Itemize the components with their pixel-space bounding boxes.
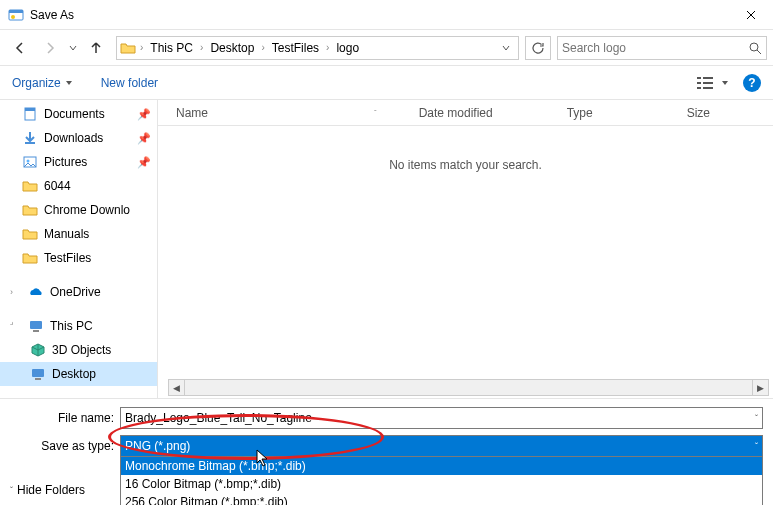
- thispc-icon: [28, 318, 44, 334]
- window-title: Save As: [30, 8, 728, 22]
- back-button[interactable]: [6, 34, 34, 62]
- recent-dropdown[interactable]: [66, 34, 80, 62]
- svg-rect-8: [703, 82, 713, 84]
- tree-label: Desktop: [52, 367, 96, 381]
- svg-rect-12: [25, 142, 35, 144]
- title-bar: Save As: [0, 0, 773, 30]
- horizontal-scrollbar[interactable]: ◀ ▶: [168, 379, 769, 396]
- chevron-down-icon[interactable]: ›: [8, 319, 22, 333]
- col-name[interactable]: Name: [176, 106, 416, 120]
- sort-caret-icon: ˆ: [374, 108, 377, 117]
- column-headers[interactable]: Name ˆ Date modified Type Size: [158, 100, 773, 126]
- pin-icon: 📌: [137, 132, 151, 145]
- type-option[interactable]: Monochrome Bitmap (*.bmp;*.dib): [121, 457, 762, 475]
- search-box[interactable]: [557, 36, 767, 60]
- save-type-dropdown[interactable]: Monochrome Bitmap (*.bmp;*.dib)16 Color …: [120, 457, 763, 505]
- folder-icon: [22, 130, 38, 146]
- tree-thispc[interactable]: › This PC: [0, 314, 157, 338]
- hide-folders-label: Hide Folders: [17, 483, 85, 497]
- tree-label: OneDrive: [50, 285, 101, 299]
- tree-item[interactable]: Pictures📌: [0, 150, 157, 174]
- folder-icon: [22, 154, 38, 170]
- up-button[interactable]: [82, 34, 110, 62]
- col-size[interactable]: Size: [687, 106, 747, 120]
- folder-icon: [119, 39, 137, 57]
- organize-label: Organize: [12, 76, 61, 90]
- save-type-label: Save as type:: [10, 439, 120, 453]
- scroll-track[interactable]: [185, 379, 752, 396]
- tree-onedrive[interactable]: › OneDrive: [0, 280, 157, 304]
- folder-icon: [22, 178, 38, 194]
- chevron-right-icon[interactable]: ›: [139, 42, 144, 53]
- scroll-left-button[interactable]: ◀: [168, 379, 185, 396]
- app-icon: [8, 7, 24, 23]
- refresh-button[interactable]: [525, 36, 551, 60]
- chevron-right-icon[interactable]: ›: [260, 42, 265, 53]
- file-name-value: Brady_Logo_Blue_Tall_No_Tagline: [125, 411, 755, 425]
- save-form: File name: Brady_Logo_Blue_Tall_No_Tagli…: [0, 398, 773, 467]
- close-button[interactable]: [728, 0, 773, 30]
- search-input[interactable]: [562, 41, 748, 55]
- type-option[interactable]: 256 Color Bitmap (*.bmp;*.dib): [121, 493, 762, 505]
- tree-item[interactable]: Downloads📌: [0, 126, 157, 150]
- tree-label: Chrome Downlo: [44, 203, 130, 217]
- svg-point-2: [11, 15, 15, 19]
- svg-rect-4: [697, 77, 701, 79]
- file-list-pane: Name ˆ Date modified Type Size No items …: [158, 100, 773, 398]
- svg-point-14: [27, 160, 30, 163]
- tree-label: This PC: [50, 319, 93, 333]
- folder-icon: [22, 202, 38, 218]
- tree-label: TestFiles: [44, 251, 91, 265]
- folder-icon: [22, 226, 38, 242]
- svg-rect-11: [25, 108, 35, 111]
- tree-label: Pictures: [44, 155, 87, 169]
- address-bar[interactable]: › This PC › Desktop › TestFiles › logo: [116, 36, 519, 60]
- svg-rect-16: [33, 330, 39, 332]
- tree-label: Downloads: [44, 131, 103, 145]
- navigation-tree[interactable]: Documents📌Downloads📌Pictures📌6044Chrome …: [0, 100, 158, 398]
- tree-item[interactable]: Manuals: [0, 222, 157, 246]
- tree-item[interactable]: Documents📌: [0, 102, 157, 126]
- chevron-down-icon[interactable]: ˇ: [755, 441, 758, 451]
- chevron-right-icon[interactable]: ›: [325, 42, 330, 53]
- scroll-right-button[interactable]: ▶: [752, 379, 769, 396]
- hide-folders-button[interactable]: ˇ Hide Folders: [10, 483, 85, 497]
- tree-label: 3D Objects: [52, 343, 111, 357]
- tree-item[interactable]: TestFiles: [0, 246, 157, 270]
- forward-button[interactable]: [36, 34, 64, 62]
- tree-label: Documents: [44, 107, 105, 121]
- breadcrumb-desktop[interactable]: Desktop: [206, 37, 258, 59]
- save-type-select[interactable]: PNG (*.png) ˇ: [120, 435, 763, 457]
- col-date[interactable]: Date modified: [419, 106, 567, 120]
- tree-item[interactable]: 6044: [0, 174, 157, 198]
- view-options-button[interactable]: [697, 76, 729, 90]
- chevron-down-icon[interactable]: ˇ: [755, 413, 758, 423]
- breadcrumb-testfiles[interactable]: TestFiles: [268, 37, 323, 59]
- save-type-value: PNG (*.png): [125, 439, 190, 453]
- svg-rect-6: [697, 87, 701, 89]
- help-button[interactable]: ?: [743, 74, 761, 92]
- new-folder-button[interactable]: New folder: [101, 76, 158, 90]
- body: Documents📌Downloads📌Pictures📌6044Chrome …: [0, 100, 773, 398]
- chevron-right-icon[interactable]: ›: [10, 287, 20, 297]
- col-type[interactable]: Type: [567, 106, 687, 120]
- svg-rect-1: [9, 10, 23, 13]
- breadcrumb-logo[interactable]: logo: [332, 37, 363, 59]
- folder-icon: [30, 366, 46, 382]
- folder-icon: [22, 250, 38, 266]
- address-dropdown[interactable]: [496, 44, 516, 52]
- onedrive-icon: [28, 284, 44, 300]
- chevron-right-icon[interactable]: ›: [199, 42, 204, 53]
- pin-icon: 📌: [137, 156, 151, 169]
- tree-item[interactable]: Desktop: [0, 362, 157, 386]
- search-icon[interactable]: [748, 41, 762, 55]
- organize-button[interactable]: Organize: [12, 76, 73, 90]
- file-name-input[interactable]: Brady_Logo_Blue_Tall_No_Tagline ˇ: [120, 407, 763, 429]
- tree-item[interactable]: Chrome Downlo: [0, 198, 157, 222]
- breadcrumb-thispc[interactable]: This PC: [146, 37, 197, 59]
- svg-rect-18: [35, 378, 41, 380]
- tree-item[interactable]: 3D Objects: [0, 338, 157, 362]
- tree-label: Manuals: [44, 227, 89, 241]
- type-option[interactable]: 16 Color Bitmap (*.bmp;*.dib): [121, 475, 762, 493]
- chevron-down-icon: ˇ: [10, 485, 13, 495]
